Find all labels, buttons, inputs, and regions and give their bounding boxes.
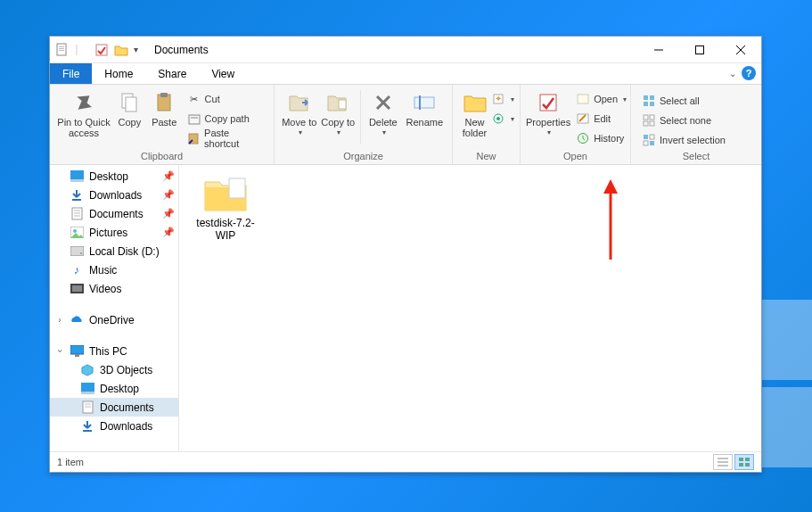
history-icon <box>576 131 590 145</box>
nav-pictures[interactable]: Pictures📌 <box>50 223 178 242</box>
svg-rect-54 <box>72 285 82 292</box>
qat-divider <box>75 43 89 57</box>
delete-icon <box>371 90 396 115</box>
svg-rect-38 <box>644 135 648 139</box>
paste-shortcut-button[interactable]: Paste shortcut <box>184 129 268 147</box>
rename-icon <box>412 90 437 115</box>
nav-onedrive[interactable]: ›OneDrive <box>50 310 178 329</box>
open-icon <box>576 92 590 106</box>
group-label-select: Select <box>631 149 761 164</box>
svg-rect-69 <box>739 463 743 467</box>
navigation-pane[interactable]: Desktop📌 Downloads📌 Documents📌 Pictures📌… <box>50 165 179 451</box>
svg-rect-70 <box>745 463 750 467</box>
qat-file-icon[interactable] <box>55 43 70 57</box>
svg-point-25 <box>496 117 500 120</box>
svg-rect-31 <box>650 95 654 100</box>
desktop-icon <box>70 169 84 184</box>
tab-share[interactable]: Share <box>145 63 199 84</box>
select-none-button[interactable]: Select none <box>638 111 729 129</box>
nav-videos[interactable]: Videos <box>50 279 178 298</box>
ribbon-tabs: File Home Share View ⌄ ? <box>50 63 761 85</box>
nav-desktop[interactable]: Desktop📌 <box>50 167 178 186</box>
copy-path-button[interactable]: Copy path <box>184 110 268 128</box>
file-list[interactable]: testdisk-7.2-WIP <box>179 165 761 451</box>
easy-access-button[interactable]: ▾ <box>491 110 514 128</box>
icons-view-button[interactable] <box>734 454 754 470</box>
details-view-button[interactable] <box>713 454 733 470</box>
svg-rect-30 <box>644 95 648 100</box>
group-label-new: New <box>453 149 520 164</box>
copy-path-icon <box>187 111 201 126</box>
music-icon: ♪ <box>70 263 84 277</box>
desktop-icon <box>80 382 94 396</box>
properties-button[interactable]: Properties▾ <box>526 88 570 137</box>
copy-button[interactable]: Copy <box>112 88 147 128</box>
open-button[interactable]: Open▾ <box>572 90 630 108</box>
tab-home[interactable]: Home <box>92 63 145 84</box>
rename-button[interactable]: Rename <box>403 88 447 128</box>
properties-icon <box>536 90 561 115</box>
nav-downloads2[interactable]: Downloads <box>50 417 178 435</box>
qat-properties-icon[interactable] <box>94 43 109 57</box>
svg-rect-58 <box>81 392 94 394</box>
svg-rect-41 <box>650 141 654 145</box>
copy-to-button[interactable]: Copy to▾ <box>319 88 358 137</box>
qat-folder-icon[interactable] <box>114 43 128 57</box>
status-bar: 1 item <box>50 451 761 472</box>
objects3d-icon <box>80 363 94 377</box>
paste-button[interactable]: Paste <box>147 88 182 128</box>
svg-rect-68 <box>745 458 750 461</box>
nav-music[interactable]: ♪Music <box>50 260 178 279</box>
pin-to-quick-access-button[interactable]: Pin to Quick access <box>55 88 112 138</box>
pictures-icon <box>70 226 84 240</box>
tab-file[interactable]: File <box>50 63 92 84</box>
svg-rect-33 <box>650 102 654 106</box>
drive-icon <box>70 244 84 259</box>
svg-rect-42 <box>70 170 84 179</box>
history-button[interactable]: History <box>572 129 630 147</box>
nav-documents[interactable]: Documents📌 <box>50 204 178 223</box>
pin-icon: 📌 <box>162 227 175 238</box>
select-none-icon <box>642 113 656 128</box>
new-item-button[interactable]: ✦▾ <box>491 90 514 108</box>
documents-icon <box>80 401 94 415</box>
maximize-button[interactable] <box>679 37 720 63</box>
close-button[interactable] <box>720 37 761 63</box>
select-all-button[interactable]: Select all <box>638 92 729 110</box>
tab-view[interactable]: View <box>199 63 247 84</box>
scissors-icon: ✂ <box>187 92 201 106</box>
titlebar: ▾ Documents <box>50 37 761 63</box>
svg-rect-39 <box>650 135 654 139</box>
help-icon[interactable]: ? <box>742 66 756 80</box>
invert-selection-button[interactable]: Invert selection <box>638 131 729 149</box>
paste-icon <box>152 90 176 115</box>
downloads-icon <box>80 419 94 434</box>
cut-button[interactable]: ✂Cut <box>184 90 268 108</box>
easy-access-icon <box>491 111 505 126</box>
svg-rect-0 <box>57 44 66 55</box>
nav-3dobjects[interactable]: 3D Objects <box>50 360 178 379</box>
nav-desktop2[interactable]: Desktop <box>50 379 178 398</box>
minimize-button[interactable] <box>638 37 679 63</box>
move-to-button[interactable]: Move to▾ <box>280 88 319 137</box>
copy-to-icon <box>325 90 350 115</box>
pin-icon <box>71 90 96 115</box>
svg-point-52 <box>80 252 82 254</box>
nav-thispc[interactable]: ›This PC <box>50 342 178 360</box>
delete-button[interactable]: Delete▾ <box>364 88 403 137</box>
nav-documents2[interactable]: Documents <box>50 398 178 417</box>
qat-customize-icon[interactable]: ▾ <box>134 45 138 54</box>
new-folder-button[interactable]: New folder <box>458 88 491 138</box>
folder-label: testdisk-7.2-WIP <box>190 217 261 243</box>
svg-rect-36 <box>644 121 648 126</box>
paste-shortcut-icon <box>187 131 201 145</box>
nav-downloads[interactable]: Downloads📌 <box>50 186 178 204</box>
nav-localdisk[interactable]: Local Disk (D:) <box>50 242 178 260</box>
svg-rect-43 <box>70 179 84 182</box>
videos-icon <box>70 282 84 296</box>
ribbon-collapse-icon[interactable]: ⌄ <box>729 69 736 78</box>
edit-button[interactable]: Edit <box>572 110 630 128</box>
pin-icon: 📌 <box>162 189 175 201</box>
group-label-clipboard: Clipboard <box>50 149 274 164</box>
folder-item[interactable]: testdisk-7.2-WIP <box>190 172 261 243</box>
